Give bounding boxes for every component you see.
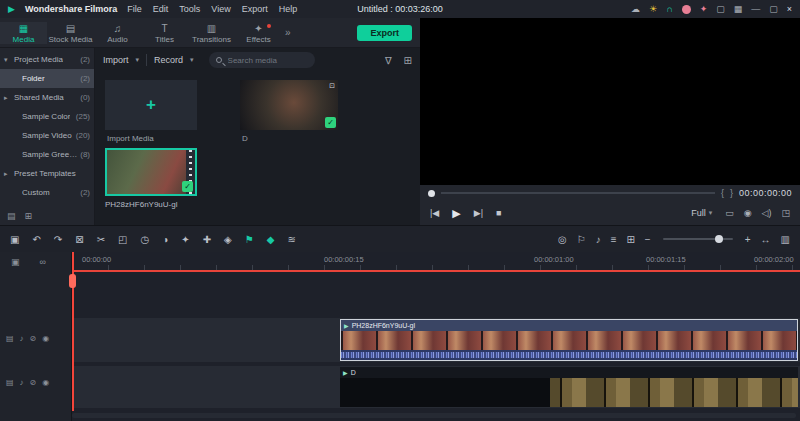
user-avatar[interactable]	[682, 5, 691, 14]
tab-media[interactable]: ▦ Media	[0, 22, 47, 44]
redo-icon[interactable]: ↷	[54, 234, 62, 245]
lightbulb-icon[interactable]: ☀	[649, 4, 657, 14]
sidebar-item-sample-green-screen[interactable]: Sample Green Screen (8)	[0, 145, 94, 164]
split-icon[interactable]: ✂	[97, 234, 105, 245]
scrub-track[interactable]	[441, 192, 715, 194]
panel-layout-icon[interactable]: ▥	[781, 234, 790, 245]
color-icon[interactable]: ◑	[162, 234, 168, 245]
link-icon[interactable]: ∞	[40, 257, 46, 267]
track-grid-icon[interactable]: ⊞	[626, 234, 634, 245]
new-folder-icon[interactable]: ▤	[7, 211, 16, 221]
zoom-in-icon[interactable]: +	[745, 234, 751, 245]
grid-view-icon[interactable]: ⊞	[404, 55, 412, 66]
zoom-slider-handle[interactable]	[715, 235, 723, 243]
maximize-button[interactable]: ▢	[769, 4, 778, 14]
mark-out-icon[interactable]: }	[730, 188, 733, 198]
timeline-clip-d[interactable]: ▶ D	[340, 367, 798, 407]
marker-icon[interactable]: ⚑	[245, 234, 254, 245]
snapshot-icon[interactable]: ◉	[744, 208, 752, 218]
track-list-icon[interactable]: ≡	[611, 234, 617, 245]
track-menu-icon[interactable]: ▤	[6, 334, 14, 343]
effects-icon[interactable]: ✦	[181, 234, 189, 245]
record-dropdown[interactable]: Record	[154, 55, 183, 65]
device-icon[interactable]: ▢	[716, 4, 725, 14]
sidebar-item-shared-media[interactable]: ▸ Shared Media (0)	[0, 88, 94, 107]
add-icon[interactable]: ✚	[203, 234, 211, 245]
eye-icon[interactable]: ◉	[42, 334, 49, 343]
filter-icon[interactable]: ∇	[385, 55, 392, 66]
delete-icon[interactable]: ⊠	[75, 234, 83, 245]
mark-in-icon[interactable]: {	[721, 188, 724, 198]
timeline-scrollbar[interactable]	[72, 413, 796, 418]
sidebar-item-sample-video[interactable]: Sample Video (20)	[0, 126, 94, 145]
cloud-icon[interactable]: ☁	[631, 4, 640, 14]
lock-icon[interactable]: ⊘	[30, 334, 37, 343]
minimize-button[interactable]: —	[751, 4, 760, 14]
media-manage-icon[interactable]: ▣	[10, 234, 19, 245]
headset-icon[interactable]: ∩	[666, 4, 672, 14]
sidebar-item-folder[interactable]: Folder (2)	[0, 69, 94, 88]
search-input[interactable]	[226, 55, 302, 66]
timeline-clip-video[interactable]: ▶ PH28zHF6nY9uU-gl	[340, 319, 798, 361]
chevron-down-icon[interactable]: ▾	[136, 56, 140, 64]
import-dropdown[interactable]: Import	[103, 55, 129, 65]
previous-frame-button[interactable]: |◀	[430, 208, 439, 218]
display-icon[interactable]: ▭	[725, 208, 734, 218]
tab-transitions[interactable]: ▥ Transitions	[188, 22, 235, 44]
export-button[interactable]: Export	[357, 25, 412, 41]
voiceover-icon[interactable]: ♪	[596, 234, 601, 245]
menu-view[interactable]: View	[211, 4, 230, 14]
crop-icon[interactable]: ◰	[118, 234, 127, 245]
mask-icon[interactable]: ◈	[224, 234, 232, 245]
playhead-handle[interactable]	[69, 274, 76, 288]
speaker-icon[interactable]: ◁)	[762, 208, 772, 218]
video-track-2[interactable]: ▶ D	[72, 366, 800, 408]
mute-icon[interactable]: ♪	[20, 334, 24, 343]
eye-icon[interactable]: ◉	[42, 378, 49, 387]
chevron-down-icon[interactable]: ▾	[190, 56, 194, 64]
more-tabs-icon[interactable]: »	[285, 27, 291, 38]
render-preview-icon[interactable]: ◎	[558, 234, 567, 245]
import-media-tile[interactable]: +	[105, 80, 197, 130]
sidebar-item-sample-color[interactable]: Sample Color (25)	[0, 107, 94, 126]
menu-file[interactable]: File	[127, 4, 142, 14]
play-button[interactable]: ▶	[452, 207, 460, 220]
menu-tools[interactable]: Tools	[179, 4, 200, 14]
audio-mixer-icon[interactable]: ≋	[287, 234, 295, 245]
tab-effects[interactable]: ✦ Effects	[235, 22, 282, 44]
quality-dropdown[interactable]: Full ▾	[691, 208, 712, 218]
next-frame-button[interactable]: ▶|	[474, 208, 483, 218]
tab-stock-media[interactable]: ▤ Stock Media	[47, 22, 94, 44]
menu-export[interactable]: Export	[242, 4, 268, 14]
flag-icon[interactable]: ⚐	[577, 234, 586, 245]
media-thumbnail-selected[interactable]: ✓	[105, 148, 197, 196]
menu-edit[interactable]: Edit	[153, 4, 169, 14]
scrub-handle[interactable]	[428, 190, 435, 197]
sidebar-item-preset-templates[interactable]: ▸ Preset Templates	[0, 164, 94, 183]
layers-icon[interactable]: ▣	[11, 257, 20, 267]
preview-screen[interactable]	[420, 18, 800, 185]
gift-icon[interactable]: ✦	[700, 4, 708, 14]
sidebar-item-custom[interactable]: Custom (2)	[0, 183, 94, 202]
fit-timeline-icon[interactable]: ↔	[761, 234, 771, 245]
video-track-1[interactable]: ▶ PH28zHF6nY9uU-gl	[72, 318, 800, 362]
tab-audio[interactable]: ♫ Audio	[94, 22, 141, 44]
zoom-slider[interactable]	[663, 238, 733, 240]
stop-button[interactable]: ■	[496, 208, 501, 218]
tab-titles[interactable]: T Titles	[141, 22, 188, 44]
track-menu-icon[interactable]: ▤	[6, 378, 14, 387]
menu-help[interactable]: Help	[279, 4, 298, 14]
media-thumbnail-d[interactable]: ⊡ ✓	[240, 80, 338, 130]
undo-icon[interactable]: ↶	[32, 234, 40, 245]
close-button[interactable]: ×	[787, 4, 792, 14]
sidebar-item-project-media[interactable]: ▾ Project Media (2)	[0, 50, 94, 69]
speed-icon[interactable]: ◷	[140, 234, 149, 245]
zoom-out-icon[interactable]: −	[645, 234, 651, 245]
layout-icon[interactable]: ▦	[734, 4, 743, 14]
keyframe-icon[interactable]: ◆	[267, 234, 275, 245]
collection-icon[interactable]: ⊞	[25, 211, 33, 221]
fullscreen-icon[interactable]: ◳	[781, 208, 790, 218]
mute-icon[interactable]: ♪	[20, 378, 24, 387]
lock-icon[interactable]: ⊘	[30, 378, 37, 387]
timeline-ruler[interactable]: 00:00:00 00:00:00:15 00:00:01:00 00:00:0…	[72, 252, 800, 270]
